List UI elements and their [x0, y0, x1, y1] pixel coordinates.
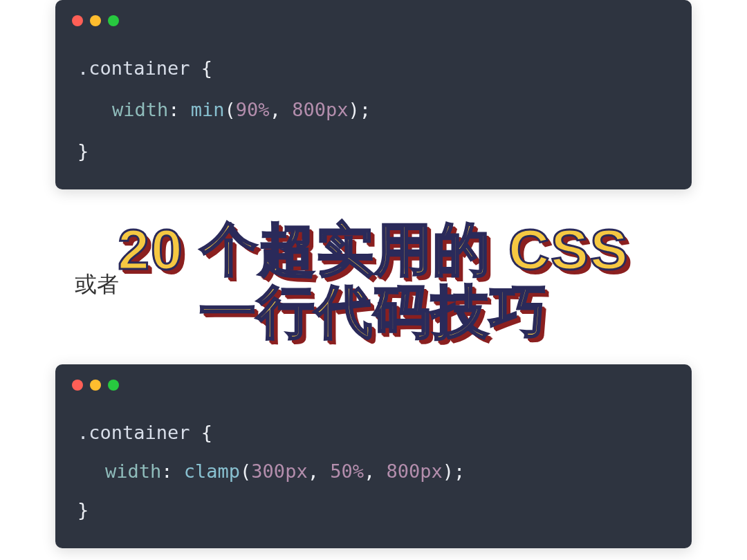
paren-open: ( [225, 99, 236, 120]
minimize-icon [90, 15, 101, 26]
css-value: 800px [292, 99, 348, 120]
css-value: 50% [330, 460, 364, 482]
css-value: 800px [386, 460, 442, 482]
headline-line-1: 20 个超实用的 CSS [0, 218, 747, 281]
brace-open: { [201, 57, 212, 79]
css-selector: .container [77, 422, 190, 443]
semicolon: ; [454, 460, 465, 482]
comma: , [364, 460, 387, 482]
window-controls [55, 0, 692, 33]
close-icon [72, 380, 83, 391]
paren-close: ) [443, 460, 454, 482]
css-property: width [112, 99, 168, 120]
code-content-2: .container { width: clamp(300px, 50%, 80… [55, 398, 692, 548]
css-property: width [105, 460, 161, 482]
code-block-min: .container { width: min(90%, 800px); } [55, 0, 692, 189]
brace-close: } [77, 140, 89, 162]
comma: , [308, 460, 331, 482]
css-selector: .container [77, 57, 190, 79]
brace-open: { [201, 422, 212, 443]
headline-overlay: 20 个超实用的 CSS 一行代码技巧 [0, 218, 747, 343]
code-block-clamp: .container { width: clamp(300px, 50%, 80… [55, 364, 692, 548]
minimize-icon [90, 380, 101, 391]
headline-line-2: 一行代码技巧 [0, 281, 747, 343]
css-function: min [191, 99, 225, 120]
paren-close: ) [348, 99, 359, 120]
colon: : [168, 99, 179, 120]
close-icon [72, 15, 83, 26]
colon: : [161, 460, 172, 482]
maximize-icon [108, 380, 119, 391]
semicolon: ; [360, 99, 371, 120]
comma: , [270, 99, 293, 120]
maximize-icon [108, 15, 119, 26]
paren-open: ( [240, 460, 251, 482]
window-controls [55, 364, 692, 398]
code-content-1: .container { width: min(90%, 800px); } [55, 33, 692, 189]
css-function: clamp [184, 460, 240, 482]
css-value: 90% [236, 99, 270, 120]
brace-close: } [77, 499, 89, 521]
css-value: 300px [251, 460, 307, 482]
